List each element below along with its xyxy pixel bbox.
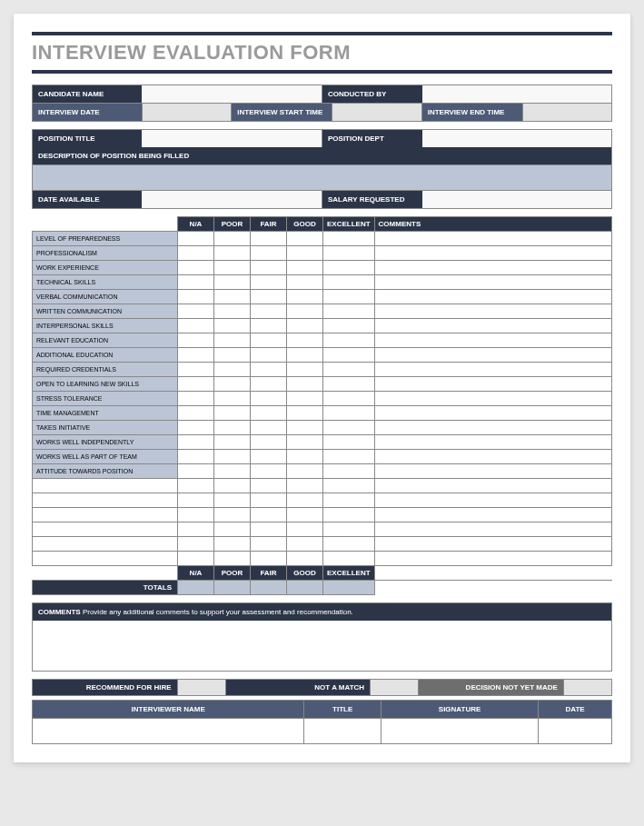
rating-fair[interactable] bbox=[251, 232, 287, 246]
position-title-field[interactable] bbox=[142, 130, 322, 147]
rating-na[interactable] bbox=[178, 435, 214, 450]
recommend-hire-check[interactable] bbox=[177, 680, 225, 696]
rating-na[interactable] bbox=[178, 261, 214, 275]
rating-na[interactable] bbox=[178, 392, 214, 406]
rating-excellent[interactable] bbox=[323, 304, 375, 319]
rating-poor[interactable] bbox=[214, 319, 251, 333]
totals-fair[interactable] bbox=[251, 581, 287, 595]
rating-fair[interactable] bbox=[251, 421, 287, 435]
rating-good[interactable] bbox=[287, 363, 323, 377]
rating-good[interactable] bbox=[287, 406, 323, 421]
sig-name-field[interactable] bbox=[33, 719, 304, 744]
rating-poor[interactable] bbox=[214, 275, 251, 290]
rating-poor[interactable] bbox=[214, 406, 251, 421]
rating-poor[interactable] bbox=[214, 363, 251, 377]
rating-excellent[interactable] bbox=[323, 406, 375, 421]
rating-poor[interactable] bbox=[214, 392, 251, 406]
rating-comments[interactable] bbox=[374, 363, 611, 377]
rating-comments[interactable] bbox=[374, 304, 611, 319]
rating-excellent[interactable] bbox=[323, 319, 375, 333]
rating-excellent[interactable] bbox=[323, 363, 375, 377]
rating-poor[interactable] bbox=[214, 450, 251, 464]
rating-na[interactable] bbox=[178, 421, 214, 435]
rating-fair[interactable] bbox=[251, 304, 287, 319]
rating-comments[interactable] bbox=[374, 421, 611, 435]
rating-good[interactable] bbox=[287, 333, 323, 348]
totals-poor[interactable] bbox=[214, 581, 251, 595]
rating-excellent[interactable] bbox=[323, 421, 375, 435]
criteria-blank[interactable] bbox=[33, 493, 178, 508]
date-available-field[interactable] bbox=[142, 191, 322, 208]
rating-good[interactable] bbox=[287, 421, 323, 435]
start-time-field[interactable] bbox=[332, 104, 421, 121]
rating-poor[interactable] bbox=[214, 246, 251, 261]
rating-fair[interactable] bbox=[251, 392, 287, 406]
sig-title-field[interactable] bbox=[304, 719, 381, 744]
rating-comments[interactable] bbox=[374, 232, 611, 246]
rating-excellent[interactable] bbox=[323, 435, 375, 450]
rating-poor[interactable] bbox=[214, 377, 251, 392]
rating-good[interactable] bbox=[287, 450, 323, 464]
rating-comments[interactable] bbox=[374, 290, 611, 304]
rating-good[interactable] bbox=[287, 304, 323, 319]
rating-good[interactable] bbox=[287, 377, 323, 392]
salary-requested-field[interactable] bbox=[422, 191, 611, 208]
rating-fair[interactable] bbox=[251, 275, 287, 290]
rating-na[interactable] bbox=[178, 406, 214, 421]
rating-comments[interactable] bbox=[374, 275, 611, 290]
rating-fair[interactable] bbox=[251, 435, 287, 450]
rating-good[interactable] bbox=[287, 246, 323, 261]
rating-excellent[interactable] bbox=[323, 377, 375, 392]
rating-fair[interactable] bbox=[251, 363, 287, 377]
rating-poor[interactable] bbox=[214, 464, 251, 479]
rating-excellent[interactable] bbox=[323, 333, 375, 348]
sig-signature-field[interactable] bbox=[381, 719, 539, 744]
totals-excellent[interactable] bbox=[323, 581, 375, 595]
rating-fair[interactable] bbox=[251, 333, 287, 348]
criteria-blank[interactable] bbox=[33, 537, 178, 552]
rating-na[interactable] bbox=[178, 348, 214, 363]
rating-na[interactable] bbox=[178, 290, 214, 304]
rating-na[interactable] bbox=[178, 333, 214, 348]
rating-comments[interactable] bbox=[374, 261, 611, 275]
rating-fair[interactable] bbox=[251, 261, 287, 275]
criteria-blank[interactable] bbox=[33, 522, 178, 537]
rating-excellent[interactable] bbox=[323, 290, 375, 304]
rating-good[interactable] bbox=[287, 319, 323, 333]
rating-excellent[interactable] bbox=[323, 275, 375, 290]
rating-comments[interactable] bbox=[374, 319, 611, 333]
rating-comments[interactable] bbox=[374, 406, 611, 421]
rating-excellent[interactable] bbox=[323, 392, 375, 406]
criteria-blank[interactable] bbox=[33, 479, 178, 493]
rating-poor[interactable] bbox=[214, 435, 251, 450]
rating-fair[interactable] bbox=[251, 450, 287, 464]
rating-na[interactable] bbox=[178, 319, 214, 333]
rating-good[interactable] bbox=[287, 290, 323, 304]
rating-comments[interactable] bbox=[374, 450, 611, 464]
rating-comments[interactable] bbox=[374, 464, 611, 479]
rating-fair[interactable] bbox=[251, 246, 287, 261]
description-field[interactable] bbox=[33, 164, 611, 190]
rating-excellent[interactable] bbox=[323, 348, 375, 363]
totals-na[interactable] bbox=[178, 581, 214, 595]
criteria-blank[interactable] bbox=[33, 552, 178, 566]
rating-excellent[interactable] bbox=[323, 261, 375, 275]
rating-na[interactable] bbox=[178, 232, 214, 246]
comments-field[interactable] bbox=[33, 621, 611, 671]
rating-fair[interactable] bbox=[251, 377, 287, 392]
rating-comments[interactable] bbox=[374, 435, 611, 450]
rating-na[interactable] bbox=[178, 246, 214, 261]
rating-poor[interactable] bbox=[214, 348, 251, 363]
rating-comments[interactable] bbox=[374, 392, 611, 406]
rating-excellent[interactable] bbox=[323, 464, 375, 479]
rating-comments[interactable] bbox=[374, 348, 611, 363]
rating-excellent[interactable] bbox=[323, 450, 375, 464]
interview-date-field[interactable] bbox=[143, 104, 231, 121]
rating-good[interactable] bbox=[287, 392, 323, 406]
rating-na[interactable] bbox=[178, 275, 214, 290]
rating-fair[interactable] bbox=[251, 464, 287, 479]
rating-na[interactable] bbox=[178, 377, 214, 392]
end-time-field[interactable] bbox=[523, 104, 611, 121]
undecided-check[interactable] bbox=[563, 680, 611, 696]
not-match-check[interactable] bbox=[371, 680, 419, 696]
